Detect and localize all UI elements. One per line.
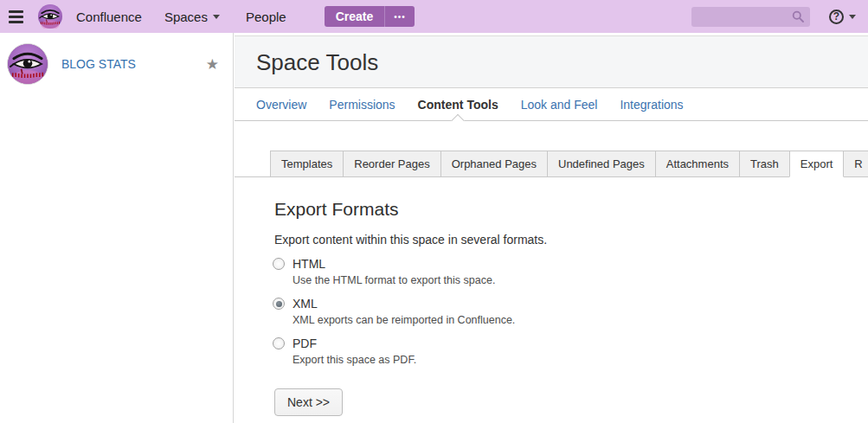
radio-pdf-description: Export this space as PDF. xyxy=(293,354,868,366)
help-icon: ? xyxy=(829,10,844,24)
subtab-attachments[interactable]: Attachments xyxy=(655,151,740,177)
favorite-star-icon[interactable]: ★ xyxy=(206,57,219,72)
create-button-group: Create ••• xyxy=(325,6,415,27)
space-card: BLOG STATS ★ xyxy=(7,43,222,85)
space-avatar[interactable] xyxy=(7,43,48,85)
top-navbar: Confluence Spaces People Create ••• ? xyxy=(0,0,868,33)
subtab-templates[interactable]: Templates xyxy=(270,151,344,177)
content-tools-subtabs: Templates Reorder Pages Orphaned Pages U… xyxy=(270,151,868,177)
page-title: Space Tools xyxy=(256,49,868,76)
radio-xml-description: XML exports can be reimported in Conflue… xyxy=(293,314,868,326)
next-button[interactable]: Next >> xyxy=(274,388,343,416)
chevron-down-icon xyxy=(849,15,856,19)
people-menu[interactable]: People xyxy=(246,10,286,24)
export-intro-text: Export content within this space in seve… xyxy=(274,233,868,247)
more-options-button[interactable]: ••• xyxy=(384,6,415,27)
main-content: Space Tools Overview Permissions Content… xyxy=(235,33,868,423)
subtab-truncated[interactable]: R xyxy=(843,151,868,177)
create-button[interactable]: Create xyxy=(325,6,385,27)
export-formats-heading: Export Formats xyxy=(274,199,868,220)
space-sidebar: BLOG STATS ★ xyxy=(0,33,234,423)
search-input[interactable] xyxy=(698,10,792,24)
tab-look-and-feel[interactable]: Look and Feel xyxy=(521,88,598,120)
subtab-export[interactable]: Export xyxy=(789,151,845,177)
radio-html-description: Use the HTML format to export this space… xyxy=(293,274,868,286)
search-icon xyxy=(792,10,804,22)
radio-html-label[interactable]: HTML xyxy=(293,257,325,271)
eye-logo-icon xyxy=(38,4,62,29)
app-title[interactable]: Confluence xyxy=(76,10,142,24)
subtab-trash[interactable]: Trash xyxy=(739,151,790,177)
space-name-link[interactable]: BLOG STATS xyxy=(61,57,206,71)
radio-xml[interactable] xyxy=(273,298,285,310)
hamburger-menu-icon[interactable] xyxy=(9,10,23,23)
radio-html[interactable] xyxy=(273,258,285,270)
tab-integrations[interactable]: Integrations xyxy=(620,88,683,120)
export-option-pdf: PDF Export this space as PDF. xyxy=(273,336,868,366)
help-menu[interactable]: ? xyxy=(829,10,856,24)
subtab-undefined-pages[interactable]: Undefined Pages xyxy=(547,151,656,177)
space-tools-tabs: Overview Permissions Content Tools Look … xyxy=(235,88,868,121)
tab-content-tools[interactable]: Content Tools xyxy=(418,88,498,120)
content-tools-panel: Templates Reorder Pages Orphaned Pages U… xyxy=(235,151,868,416)
confluence-site-logo[interactable] xyxy=(38,4,62,29)
eye-logo-icon xyxy=(8,44,48,84)
page-header: Space Tools xyxy=(235,35,868,88)
chevron-down-icon xyxy=(213,15,220,19)
radio-pdf[interactable] xyxy=(273,337,285,349)
radio-pdf-label[interactable]: PDF xyxy=(293,336,317,350)
export-option-html: HTML Use the HTML format to export this … xyxy=(273,257,868,286)
spaces-menu-label: Spaces xyxy=(164,10,208,24)
spaces-menu[interactable]: Spaces xyxy=(164,10,220,24)
radio-xml-label[interactable]: XML xyxy=(293,297,318,311)
tab-permissions[interactable]: Permissions xyxy=(329,88,395,120)
tab-overview[interactable]: Overview xyxy=(256,88,306,120)
search-box[interactable] xyxy=(691,7,810,27)
subtab-orphaned-pages[interactable]: Orphaned Pages xyxy=(440,151,548,177)
export-option-xml: XML XML exports can be reimported in Con… xyxy=(273,297,868,326)
subtab-reorder-pages[interactable]: Reorder Pages xyxy=(343,151,440,177)
ellipsis-icon: ••• xyxy=(394,12,406,22)
